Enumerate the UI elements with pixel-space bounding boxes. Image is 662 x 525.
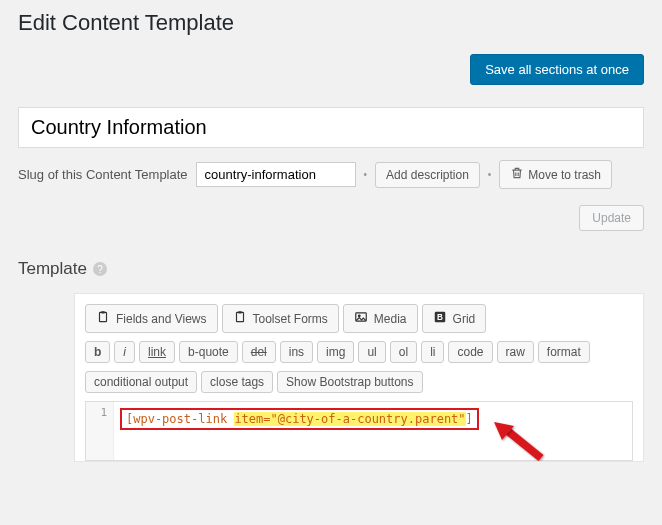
code-suffix: ]: [466, 412, 473, 426]
svg-rect-2: [236, 312, 243, 321]
update-button[interactable]: Update: [579, 205, 644, 231]
line-number: 1: [86, 402, 113, 419]
line-gutter: 1: [86, 402, 114, 460]
code-editor[interactable]: 1 [wpv-post-link item="@city-of-a-countr…: [85, 401, 633, 461]
template-label-text: Template: [18, 259, 87, 279]
toolset-forms-button[interactable]: Toolset Forms: [222, 304, 339, 333]
link-button[interactable]: link: [139, 341, 175, 363]
italic-button[interactable]: i: [114, 341, 135, 363]
template-title-input[interactable]: [18, 107, 644, 148]
clipboard-icon: [96, 310, 110, 327]
add-description-button[interactable]: Add description: [375, 162, 480, 188]
bold-b-icon: B: [433, 310, 447, 327]
page-title: Edit Content Template: [18, 10, 644, 36]
fields-and-views-button[interactable]: Fields and Views: [85, 304, 218, 333]
code-button[interactable]: code: [448, 341, 492, 363]
toolbar-row-3: conditional output close tags Show Boots…: [85, 371, 633, 393]
del-button[interactable]: del: [242, 341, 276, 363]
svg-rect-1: [101, 311, 105, 313]
slug-input[interactable]: [196, 162, 356, 187]
toolbar-row-1: Fields and Views Toolset Forms Media B G…: [85, 304, 633, 333]
code-prefix: [wpv-post-link: [126, 412, 234, 426]
template-section-label: Template ?: [18, 259, 644, 279]
clipboard-icon: [233, 310, 247, 327]
top-actions-bar: Save all sections at once: [18, 54, 644, 85]
svg-rect-0: [100, 312, 107, 321]
ul-button[interactable]: ul: [358, 341, 385, 363]
trash-icon: [510, 166, 524, 183]
raw-button[interactable]: raw: [497, 341, 534, 363]
close-tags-button[interactable]: close tags: [201, 371, 273, 393]
btn-label: Toolset Forms: [253, 312, 328, 326]
toolbar-row-2: b i link b-quote del ins img ul ol li co…: [85, 341, 633, 363]
code-line-1: [wpv-post-link item="@city-of-a-country.…: [86, 406, 632, 432]
ol-button[interactable]: ol: [390, 341, 417, 363]
media-button[interactable]: Media: [343, 304, 418, 333]
separator-dot: •: [488, 169, 492, 180]
highlighted-shortcode: [wpv-post-link item="@city-of-a-country.…: [120, 408, 479, 430]
slug-row: Slug of this Content Template • Add desc…: [18, 160, 644, 189]
img-button[interactable]: img: [317, 341, 354, 363]
help-icon[interactable]: ?: [93, 262, 107, 276]
editor-box: Fields and Views Toolset Forms Media B G…: [74, 293, 644, 462]
svg-point-5: [358, 315, 360, 317]
show-bootstrap-button[interactable]: Show Bootstrap buttons: [277, 371, 422, 393]
slug-label: Slug of this Content Template: [18, 167, 188, 182]
bold-button[interactable]: b: [85, 341, 110, 363]
btn-label: Grid: [453, 312, 476, 326]
format-button[interactable]: format: [538, 341, 590, 363]
separator-dot: •: [364, 169, 368, 180]
btn-label: Fields and Views: [116, 312, 207, 326]
grid-button[interactable]: B Grid: [422, 304, 487, 333]
svg-rect-3: [238, 311, 242, 313]
conditional-output-button[interactable]: conditional output: [85, 371, 197, 393]
save-all-button[interactable]: Save all sections at once: [470, 54, 644, 85]
code-highlight: item="@city-of-a-country.parent": [234, 412, 465, 426]
li-button[interactable]: li: [421, 341, 444, 363]
image-icon: [354, 310, 368, 327]
trash-label: Move to trash: [528, 168, 601, 182]
svg-text:B: B: [437, 313, 443, 322]
annotation-arrow-icon: [486, 420, 546, 465]
bquote-button[interactable]: b-quote: [179, 341, 238, 363]
ins-button[interactable]: ins: [280, 341, 313, 363]
update-row: Update: [18, 205, 644, 231]
btn-label: Media: [374, 312, 407, 326]
move-to-trash-button[interactable]: Move to trash: [499, 160, 612, 189]
